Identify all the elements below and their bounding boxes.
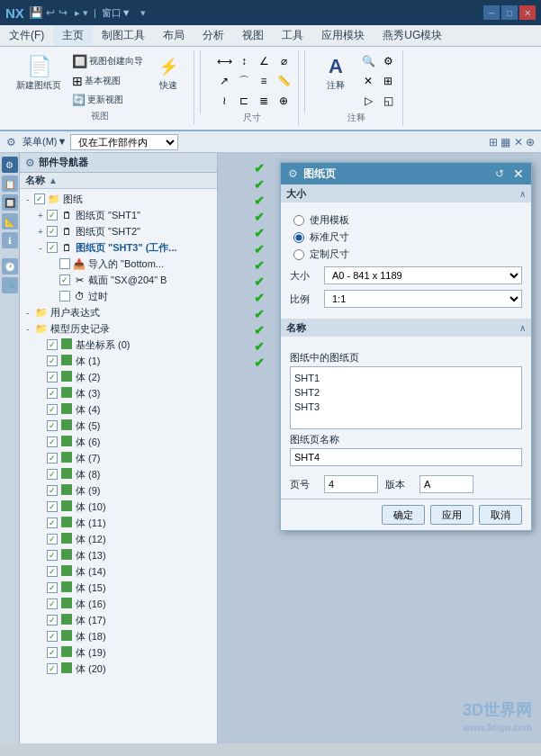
radio-standard-input[interactable] <box>293 232 304 243</box>
sidebar-icon-4[interactable]: 📐 <box>2 213 18 230</box>
tree-item[interactable]: ✓体 (8) <box>20 466 217 482</box>
tree-expand-icon[interactable]: + <box>36 211 45 220</box>
tree-check-box[interactable]: ✓ <box>59 274 70 285</box>
tree-check-box[interactable]: ✓ <box>47 356 58 366</box>
scope-dropdown[interactable]: 仅在工作部件内 <box>70 134 178 150</box>
name-section-header[interactable]: 名称 ∧ <box>281 319 531 337</box>
tree-item[interactable]: ✓体 (12) <box>20 531 217 547</box>
tree-check-box[interactable]: ✓ <box>47 339 58 350</box>
tree-item[interactable]: ⏱过时 <box>20 288 217 304</box>
tree-check-box[interactable]: ✓ <box>47 404 58 415</box>
tree-check-box[interactable]: ✓ <box>47 372 58 382</box>
apply-button[interactable]: 应用 <box>430 505 473 525</box>
tree-item[interactable]: -📁模型历史记录 <box>20 320 217 337</box>
tree-check-box[interactable]: ✓ <box>47 436 58 447</box>
tree-item[interactable]: ✓体 (19) <box>20 644 217 661</box>
tree-item[interactable]: ✓体 (4) <box>20 401 217 418</box>
tree-check-box[interactable]: ✓ <box>47 518 58 528</box>
dim-btn-9[interactable]: ≀ <box>213 92 235 110</box>
sheet-list-item[interactable]: SHT1 <box>294 371 518 385</box>
sheet-name-input[interactable] <box>290 448 522 466</box>
sort-icon[interactable]: ▲ <box>49 176 58 185</box>
tree-item[interactable]: ✓体 (17) <box>20 612 217 628</box>
tree-item[interactable]: ✓基坐标系 (0) <box>20 337 217 353</box>
redo-icon[interactable]: ↪ <box>59 6 68 19</box>
sidebar-icon-2[interactable]: 📋 <box>2 176 18 192</box>
tree-check-box[interactable]: ✓ <box>47 615 58 626</box>
view-wizard-button[interactable]: 🔲 视图创建向导 <box>68 52 147 70</box>
menu-layout[interactable]: 布局 <box>154 25 194 46</box>
page-no-input[interactable] <box>324 475 378 493</box>
close-button[interactable]: ✕ <box>519 5 536 20</box>
tree-check-box[interactable]: ✓ <box>47 210 58 220</box>
sidebar-icon-6[interactable]: 🕐 <box>2 258 18 274</box>
tree-check-box[interactable]: ✓ <box>47 420 58 431</box>
tree-item[interactable]: ✓体 (18) <box>20 628 217 644</box>
dim-btn-11[interactable]: ≣ <box>253 92 275 110</box>
dim-btn-4[interactable]: ⌀ <box>273 52 294 70</box>
tree-item[interactable]: ✓体 (2) <box>20 369 217 385</box>
sidebar-icon-3[interactable]: 🔲 <box>2 194 18 211</box>
tree-item[interactable]: +✓🗒图纸页 "SHT2" <box>20 223 217 239</box>
tree-expand-icon[interactable]: - <box>23 194 32 204</box>
menu-file[interactable]: 文件(F) <box>0 25 53 46</box>
tree-item[interactable]: ✓体 (14) <box>20 563 217 580</box>
tree-item[interactable]: ✓体 (6) <box>20 434 217 450</box>
tree-item[interactable]: ✓体 (9) <box>20 482 217 499</box>
tree-check-box[interactable]: ✓ <box>47 469 58 480</box>
minimize-button[interactable]: ─ <box>483 5 500 20</box>
dim-btn-5[interactable]: ↗ <box>213 72 235 90</box>
dialog-refresh-icon[interactable]: ↺ <box>495 167 504 180</box>
dim-btn-7[interactable]: ≡ <box>253 72 275 90</box>
undo-icon[interactable]: ↩ <box>46 6 55 19</box>
ok-button[interactable]: 确定 <box>382 505 425 525</box>
tree-check-box[interactable]: ✓ <box>47 566 58 577</box>
tree-item[interactable]: -✓🗒图纸页 "SHT3" (工作... <box>20 239 217 256</box>
tree-check-box[interactable]: ✓ <box>47 485 58 496</box>
tree-check-box[interactable]: ✓ <box>47 226 58 237</box>
menu-view[interactable]: 视图 <box>233 25 273 46</box>
tree-check-box[interactable]: ✓ <box>47 647 58 658</box>
radio-template-input[interactable] <box>293 215 304 226</box>
cancel-button[interactable]: 取消 <box>479 505 522 525</box>
sidebar-icon-7[interactable]: 🔗 <box>2 277 18 293</box>
tree-item[interactable]: ✓体 (3) <box>20 385 217 401</box>
ann-btn-2[interactable]: ⚙ <box>377 52 399 70</box>
tree-check-box[interactable]: ✓ <box>47 631 58 642</box>
size-section-header[interactable]: 大小 ∧ <box>281 184 531 202</box>
tree-expand-icon[interactable]: - <box>23 324 32 334</box>
base-view-button[interactable]: ⊞ 基本视图 <box>68 72 147 90</box>
tree-check-box[interactable]: ✓ <box>47 534 58 544</box>
update-view-button[interactable]: 🔄 更新视图 <box>68 92 147 108</box>
tree-item[interactable]: ✓体 (11) <box>20 515 217 531</box>
tree-check-box[interactable] <box>59 258 70 269</box>
dim-btn-10[interactable]: ⊏ <box>233 92 255 110</box>
gear-icon[interactable]: ⚙ <box>4 135 19 149</box>
tree-check-box[interactable]: ✓ <box>47 582 58 593</box>
tree-item[interactable]: -📁用户表达式 <box>20 304 217 320</box>
dim-btn-1[interactable]: ⟷ <box>213 52 235 70</box>
nav-icons[interactable]: ⊞ ▦ ✕ ⊕ <box>486 135 537 149</box>
tree-item[interactable]: ✓体 (15) <box>20 580 217 596</box>
tree-item[interactable]: ✓体 (10) <box>20 499 217 515</box>
tree-item[interactable]: ✓体 (16) <box>20 596 217 612</box>
sidebar-icon-5[interactable]: ℹ <box>2 232 18 248</box>
ann-btn-6[interactable]: ◱ <box>377 92 399 110</box>
dim-btn-2[interactable]: ↕ <box>233 52 255 70</box>
menu-tools[interactable]: 工具 <box>273 25 312 46</box>
dim-btn-8[interactable]: 📏 <box>273 72 294 90</box>
dim-btn-12[interactable]: ⊕ <box>273 92 294 110</box>
sheet-list-item[interactable]: SHT2 <box>294 385 518 400</box>
more-icons[interactable]: ▾ <box>140 7 146 19</box>
annotation-button[interactable]: A 注释 <box>318 52 354 94</box>
tree-expand-icon[interactable]: - <box>23 308 32 318</box>
tree-check-box[interactable]: ✓ <box>47 501 58 512</box>
ann-btn-3[interactable]: ✕ <box>357 72 379 90</box>
nav-gear-icon[interactable]: ⚙ <box>25 157 35 169</box>
ann-btn-5[interactable]: ▷ <box>357 92 379 110</box>
tree-check-box[interactable]: ✓ <box>47 598 58 609</box>
tree-item[interactable]: ✓体 (5) <box>20 418 217 434</box>
menu-app-module[interactable]: 应用模块 <box>312 25 374 46</box>
tree-check-box[interactable]: ✓ <box>34 194 45 204</box>
tree-item[interactable]: +✓🗒图纸页 "SHT1" <box>20 207 217 223</box>
